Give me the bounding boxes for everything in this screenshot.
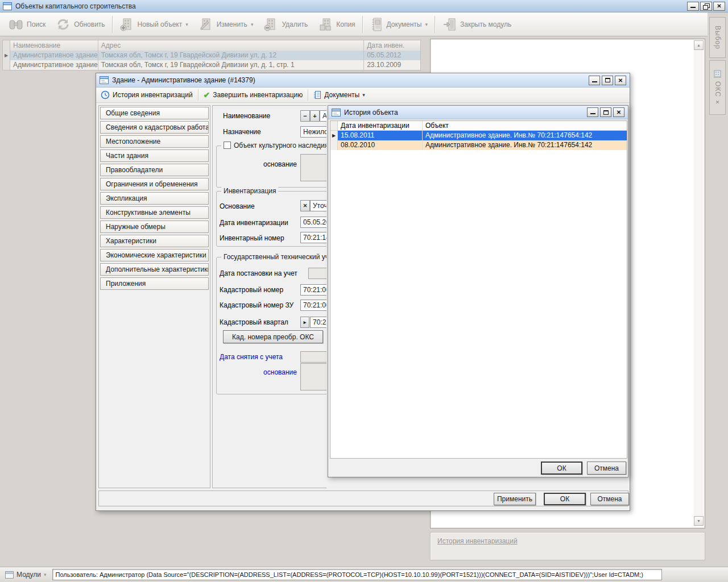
objects-grid: Наименование Адрес Дата инвен. ▶ Админис… (2, 40, 421, 70)
close-button[interactable]: ✕ (713, 2, 725, 11)
column-header-date[interactable]: Дата инвен. (364, 40, 420, 51)
modules-icon (5, 571, 14, 579)
dialog-button-bar: Применить ОК Отмена (98, 490, 628, 506)
tab-attachments[interactable]: Приложения (100, 277, 209, 290)
close-button[interactable]: ✕ (615, 76, 626, 85)
cell-date: 23.10.2009 (364, 60, 420, 70)
refresh-button[interactable]: Обновить (51, 14, 110, 35)
row-selector-header (3, 40, 10, 51)
tab-structural-elements[interactable]: Конструктивные элементы (100, 206, 209, 219)
search-button[interactable]: Поиск (3, 14, 51, 35)
tab-location[interactable]: Местоположение (100, 135, 209, 148)
column-header-name[interactable]: Наименование (10, 40, 98, 51)
cadastral-quarter-field[interactable]: 70:21 (310, 317, 326, 328)
ok-button[interactable]: ОК (544, 493, 586, 505)
heritage-checkbox[interactable] (224, 142, 231, 149)
copy-label: Копия (336, 20, 355, 28)
close-module-button[interactable]: Закрыть модуль (437, 14, 516, 35)
finish-inventory-label: Завершить инвентаризацию (213, 91, 303, 99)
dialog-documents-button[interactable]: Документы ▾ (313, 90, 365, 99)
inventory-history-link[interactable]: История инвентаризаций (437, 537, 518, 545)
dock-close-icon[interactable]: ✕ (715, 99, 720, 105)
toolbar-separator (112, 16, 113, 33)
row-marker-icon: ▶ (330, 131, 338, 140)
cadastral-number-field[interactable]: 70:21:00 (300, 284, 326, 296)
ok-button[interactable]: ОК (541, 462, 582, 475)
table-row[interactable]: 08.02.2010 Административное здание. Инв.… (330, 140, 627, 150)
copy-button[interactable]: Копия (313, 14, 360, 35)
tab-cadastral-works[interactable]: Сведения о кадастровых работах (100, 121, 209, 134)
maximize-button[interactable] (600, 107, 611, 117)
scroll-down-icon: ▼ (697, 519, 701, 523)
quarter-picker-button[interactable]: ▸ (300, 317, 309, 328)
minimize-button[interactable] (687, 2, 699, 11)
cadastral-number-zu-label: Кадастровый номер ЗУ (220, 301, 293, 309)
removal-basis-field[interactable] (300, 363, 326, 390)
heritage-basis-label: основание (217, 160, 297, 168)
column-header-address[interactable]: Адрес (98, 40, 364, 51)
column-header-object[interactable]: Объект (423, 121, 627, 130)
chevron-down-icon: ▾ (251, 22, 254, 27)
maximize-icon (603, 110, 609, 115)
cadastral-number-zu-field[interactable]: 70:21:00 (300, 300, 326, 311)
cadastral-number-label: Кадастровый номер (220, 286, 283, 294)
scroll-down-button[interactable]: ▼ (694, 516, 704, 526)
heritage-basis-field[interactable] (300, 154, 326, 181)
table-row[interactable]: ▶ Административное здание Томская обл, Т… (3, 51, 420, 60)
tab-additional-characteristics[interactable]: Дополнительные характеристики (100, 263, 209, 276)
name-field[interactable]: Ад (320, 110, 326, 122)
edit-button[interactable]: Изменить ▾ (193, 14, 259, 35)
inventory-number-field[interactable]: 70:21:14 (300, 232, 326, 243)
tab-general[interactable]: Общие сведения (100, 107, 209, 119)
objects-grid-header: Наименование Адрес Дата инвен. (3, 40, 420, 51)
tab-right-holders[interactable]: Правообладатели (100, 164, 209, 176)
dock-tab-select[interactable]: Выбор (709, 17, 726, 58)
tab-building-parts[interactable]: Части здания (100, 149, 209, 162)
inventory-history-button[interactable]: История инвентаризаций (101, 90, 193, 99)
close-button[interactable]: ✕ (613, 107, 624, 117)
convert-cadastral-numbers-button[interactable]: Кад. номера преобр. ОКС (223, 330, 323, 343)
tab-economic-characteristics[interactable]: Экономические характеристики (100, 249, 209, 261)
purpose-field[interactable]: Нежилое (300, 126, 326, 138)
documents-button[interactable]: Документы ▾ (365, 14, 433, 35)
tab-restrictions[interactable]: Ограничения и обременения (100, 178, 209, 190)
minimize-button[interactable] (589, 76, 600, 85)
history-dialog-title: История объекта (344, 109, 398, 117)
new-object-button[interactable]: Новый объект ▾ (114, 14, 193, 35)
scroll-up-icon: ▲ (697, 43, 701, 47)
table-row[interactable]: Административное здание Томская обл, Том… (3, 60, 420, 70)
inventory-date-field[interactable]: 05.05.20 (300, 217, 326, 228)
column-header-inventory-date[interactable]: Дата инвентаризации (338, 121, 423, 130)
tab-characteristics[interactable]: Характеристики (100, 235, 209, 247)
tab-external-measurements[interactable]: Наружные обмеры (100, 221, 209, 233)
toolbar-separator (362, 16, 363, 33)
restore-button[interactable] (700, 2, 712, 11)
dock-tab-oks[interactable]: ОКС ✕ (709, 60, 726, 115)
clear-button[interactable]: ✕ (300, 200, 310, 211)
heritage-checkbox-row[interactable]: Объект культурного наследия (221, 142, 326, 149)
finish-inventory-button[interactable]: ✔ Завершить инвентаризацию (204, 91, 303, 99)
tab-explication[interactable]: Экспликация (100, 192, 209, 205)
registration-date-field[interactable] (308, 268, 326, 279)
increment-button[interactable]: + (310, 110, 320, 122)
apply-button[interactable]: Применить (494, 493, 536, 505)
cancel-button[interactable]: Отмена (587, 462, 626, 475)
scroll-up-button[interactable]: ▲ (694, 40, 704, 50)
building-dialog-title: Здание - Административное здание (#14379… (112, 76, 255, 84)
minimize-button[interactable] (587, 107, 598, 117)
app-icon (3, 2, 12, 10)
table-row[interactable]: ▶ 15.08.2011 Административное здание. Ин… (330, 131, 627, 140)
vertical-scrollbar[interactable]: ▲ ▼ (694, 40, 704, 526)
modules-button[interactable]: Модули ▾ (2, 569, 50, 580)
name-label: Наименование (223, 112, 270, 120)
door-exit-icon (442, 17, 457, 32)
binoculars-icon (9, 18, 23, 31)
inventory-basis-field[interactable]: Уточ (310, 200, 326, 211)
decrement-button[interactable]: − (300, 110, 310, 122)
cell-inventory-date: 15.08.2011 (338, 131, 423, 140)
removal-date-field[interactable] (300, 351, 326, 363)
maximize-button[interactable] (602, 76, 613, 85)
cancel-button[interactable]: Отмена (590, 493, 629, 505)
delete-button[interactable]: Удалить (258, 14, 313, 35)
close-icon: ✕ (617, 109, 621, 115)
